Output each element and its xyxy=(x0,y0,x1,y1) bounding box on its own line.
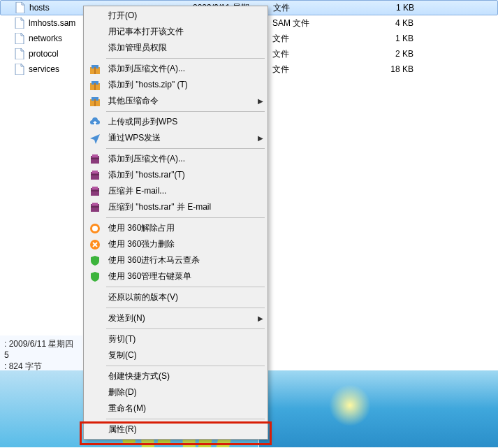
svg-rect-13 xyxy=(92,171,98,173)
menu-360-force-delete[interactable]: 使用 360强力删除 xyxy=(85,236,266,252)
archive-icon xyxy=(87,62,103,77)
360-shield-icon xyxy=(87,269,103,284)
svg-rect-10 xyxy=(92,154,98,157)
file-type: SAM 文件 xyxy=(272,17,358,29)
menu-add-archive[interactable]: 添加到压缩文件(A)... xyxy=(85,61,266,77)
menu-send-wps[interactable]: 通过WPS发送 ▶ xyxy=(85,130,266,146)
360-icon xyxy=(87,221,103,236)
file-icon xyxy=(15,2,26,13)
file-size: 18 KB xyxy=(358,64,413,74)
file-size: 4 KB xyxy=(358,18,413,28)
file-size: 1 KB xyxy=(358,34,413,43)
winrar-icon xyxy=(87,184,103,199)
menu-properties[interactable]: 属性(R) xyxy=(85,421,266,438)
archive-icon xyxy=(87,94,103,109)
menu-360-release[interactable]: 使用 360解除占用 xyxy=(85,220,266,236)
svg-rect-19 xyxy=(92,203,98,205)
menu-open-notepad[interactable]: 用记事本打开该文件 xyxy=(85,24,266,40)
svg-rect-14 xyxy=(91,174,99,175)
menu-360-rightclick[interactable]: 使用 360管理右键菜单 xyxy=(85,268,266,284)
file-name: networks xyxy=(29,34,62,43)
file-icon xyxy=(14,48,25,59)
winrar-icon xyxy=(87,168,103,183)
status-bar: : 2009/6/11 星期四 5 : 824 字节 xyxy=(0,335,82,375)
360-delete-icon xyxy=(87,237,103,252)
send-icon xyxy=(87,131,103,146)
winrar-icon xyxy=(87,152,103,167)
menu-open[interactable]: 打开(O) xyxy=(85,8,266,24)
menu-upload-wps[interactable]: 上传或同步到WPS xyxy=(85,114,266,130)
file-name: lmhosts.sam xyxy=(29,18,75,28)
svg-rect-8 xyxy=(94,99,96,106)
menu-compress-rar-email[interactable]: 压缩到 "hosts.rar" 并 E-mail xyxy=(85,199,266,215)
menu-add-hosts-rar[interactable]: 添加到 "hosts.rar"(T) xyxy=(85,167,266,183)
file-name: protocol xyxy=(29,49,59,59)
menu-compress-email[interactable]: 压缩并 E-mail... xyxy=(85,183,266,199)
menu-delete[interactable]: 删除(D) xyxy=(85,384,266,400)
archive-icon xyxy=(87,78,103,93)
file-icon xyxy=(14,64,25,75)
menu-add-archive-2[interactable]: 添加到压缩文件(A)... xyxy=(85,151,266,167)
360-shield-icon xyxy=(87,253,103,268)
svg-point-22 xyxy=(92,226,98,231)
file-name: services xyxy=(29,64,59,74)
svg-rect-11 xyxy=(91,158,99,159)
file-size: 2 KB xyxy=(358,49,413,59)
menu-create-shortcut[interactable]: 创建快捷方式(S) xyxy=(85,368,266,384)
file-type: 文件 xyxy=(272,48,358,60)
menu-restore-prev[interactable]: 还原以前的版本(V) xyxy=(85,289,266,305)
taskbar[interactable] xyxy=(259,370,498,447)
menu-cut[interactable]: 剪切(T) xyxy=(85,331,266,347)
menu-send-to[interactable]: 发送到(N) ▶ xyxy=(85,310,266,326)
context-menu: 打开(O) 用记事本打开该文件 添加管理员权限 添加到压缩文件(A)... 添加… xyxy=(83,6,268,440)
file-icon xyxy=(14,33,25,44)
menu-add-admin[interactable]: 添加管理员权限 xyxy=(85,40,266,56)
file-size: 1 KB xyxy=(358,3,414,13)
menu-other-zip[interactable]: 其他压缩命令 ▶ xyxy=(85,93,266,109)
file-icon xyxy=(14,17,25,29)
svg-rect-20 xyxy=(91,206,99,208)
svg-rect-2 xyxy=(94,67,96,74)
menu-add-hosts-zip[interactable]: 添加到 "hosts.zip" (T) xyxy=(85,77,266,93)
menu-rename[interactable]: 重命名(M) xyxy=(85,400,266,417)
file-type: 文件 xyxy=(272,33,358,45)
file-type: 文件 xyxy=(273,2,358,14)
svg-rect-17 xyxy=(91,190,99,192)
svg-rect-5 xyxy=(94,83,96,90)
file-type: 文件 xyxy=(272,64,358,75)
submenu-arrow-icon: ▶ xyxy=(255,315,266,322)
submenu-arrow-icon: ▶ xyxy=(255,134,266,142)
svg-rect-16 xyxy=(92,187,98,189)
status-date: : 2009/6/11 星期四 5 xyxy=(4,338,78,361)
file-name: hosts xyxy=(29,3,50,13)
menu-360-trojan[interactable]: 使用 360进行木马云查杀 xyxy=(85,252,266,268)
menu-copy[interactable]: 复制(C) xyxy=(85,347,266,363)
submenu-arrow-icon: ▶ xyxy=(255,97,266,105)
cloud-upload-icon xyxy=(87,115,103,130)
winrar-icon xyxy=(87,200,103,215)
